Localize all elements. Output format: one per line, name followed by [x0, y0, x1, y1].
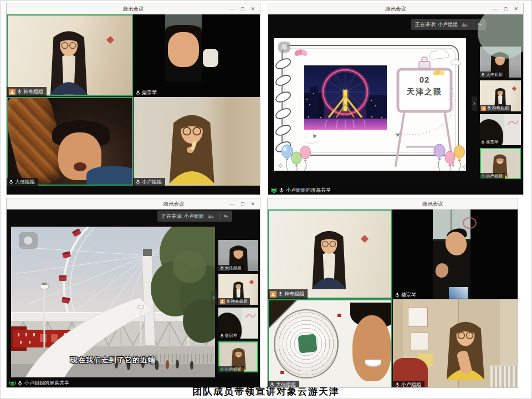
video-tile-chai[interactable]: 柴宗琴 [134, 14, 260, 96]
speaking-text: 正在讲话: 小卢姐姐 [161, 213, 204, 220]
window-title: 腾讯会议 [123, 6, 144, 13]
participant-name: 柴宗琴 [142, 90, 157, 95]
maximize-button[interactable]: □ [241, 6, 244, 12]
mic-active-icon [481, 174, 485, 178]
shared-video-tianjin-eye: 现在我们走到了它的近端 [11, 227, 215, 377]
sidebar-video-chai[interactable]: 柴宗琴 [218, 308, 258, 339]
minimize-button[interactable]: — [493, 6, 498, 12]
window-titlebar[interactable]: 腾讯会议 — □ ✕ [7, 3, 260, 14]
screen-share-bar: 小卢姐姐的屏幕共享 [268, 186, 523, 195]
meeting-window-top-left: 腾讯会议 — □ ✕ 神奇姐姐 [6, 3, 260, 195]
participant-name: 小卢姐姐 [401, 382, 421, 387]
participant-name-label: 柴宗琴 [480, 139, 501, 145]
video-tile-dajia[interactable]: 大佳姐姐 [268, 299, 392, 387]
wall-decoration [106, 36, 114, 44]
video-tile-shenqi[interactable]: 神奇姐姐 [268, 209, 392, 299]
window-title: 腾讯会议 [422, 201, 443, 208]
close-button[interactable]: ✕ [250, 6, 255, 12]
video-tile-xiaolu[interactable]: 小卢姐姐 [134, 97, 260, 186]
window-titlebar[interactable]: 腾讯会议 [268, 198, 518, 209]
participant-name: 神奇姐姐 [231, 299, 248, 304]
participant-name-label: 柴宗琴 [218, 332, 239, 339]
person-silhouette [431, 302, 500, 387]
participant-name-label: 神奇姐姐 [480, 105, 511, 111]
sidebar-collapse-handle[interactable]: › [211, 290, 217, 305]
video-tile-shenqi[interactable]: 神奇姐姐 [7, 14, 133, 96]
video-tile-dajia[interactable]: 大佳姐姐 [7, 97, 133, 186]
participant-name-label: 神奇姐姐 [7, 87, 47, 96]
video-tile-xiaolu[interactable]: 小卢姐姐 [393, 299, 518, 387]
participant-name-label: 小卢姐姐 [134, 178, 165, 186]
video-scene [393, 209, 518, 299]
participant-name: 大佳姐姐 [486, 73, 503, 77]
audio-wave-icon [207, 213, 216, 219]
participant-name: 大佳姐姐 [225, 266, 242, 270]
meeting-window-top-right: 腾讯会议 — □ ✕ 正在讲话: 小卢姐姐 [268, 3, 524, 195]
meeting-window-bottom-right: 腾讯会议 神奇姐姐 [267, 198, 518, 388]
host-badge-icon [270, 291, 277, 298]
participant-name-label: 神奇姐姐 [218, 298, 250, 305]
speaking-text: 正在讲话: 小卢姐姐 [415, 21, 458, 28]
minimize-button[interactable]: — [229, 6, 234, 12]
participant-name: 小卢姐姐 [225, 367, 242, 372]
mic-icon [481, 73, 485, 77]
pinned-paper [408, 307, 428, 326]
meeting-window-bottom-left: 腾讯会议 — □ ✕ 正在讲话: 小卢姐姐 [6, 198, 260, 388]
sidebar-video-dajia[interactable]: 大佳姐姐 [218, 240, 258, 271]
participants-sidebar: 大佳姐姐 神奇姐姐 [217, 209, 260, 378]
speaking-banner: 正在讲话: 小卢姐姐 [157, 211, 232, 222]
person-silhouette [295, 212, 363, 299]
minimize-button[interactable]: — [229, 201, 234, 207]
mic-icon [279, 188, 284, 193]
pinned-paper [411, 332, 429, 350]
mic-icon [481, 140, 485, 145]
close-button[interactable]: ✕ [514, 6, 518, 12]
sidebar-video-shenqi[interactable]: 神奇姐姐 [480, 80, 521, 111]
screen-share-icon [271, 188, 277, 193]
window-titlebar[interactable]: 腾讯会议 — □ ✕ [7, 198, 260, 209]
share-banner-text: 小卢姐姐的屏幕共享 [286, 187, 331, 194]
mic-icon [220, 334, 224, 338]
video-tile-chai[interactable]: 柴宗琴 [393, 209, 518, 299]
background-object [203, 49, 218, 67]
host-badge-icon [9, 89, 16, 95]
slide-number: 02 [398, 75, 451, 84]
participant-name-label: 小卢姐姐 [393, 381, 424, 387]
maximize-button[interactable]: □ [241, 201, 244, 207]
speaking-banner: 正在讲话: 小卢姐姐 [411, 19, 486, 30]
mic-icon [136, 90, 140, 95]
sidebar-video-shenqi[interactable]: 神奇姐姐 [218, 274, 258, 305]
reply-arrow-icon[interactable] [223, 214, 228, 219]
mic-icon [18, 381, 22, 386]
mic-icon [220, 266, 224, 270]
sidebar-video-xiaolu[interactable]: 小卢姐姐 [480, 148, 521, 179]
tianjin-eye-night-photo [304, 65, 387, 130]
mic-icon [226, 299, 230, 304]
person-silhouette [150, 100, 233, 186]
participant-name-label: 小卢姐姐 [218, 366, 244, 372]
close-button[interactable]: ✕ [250, 201, 255, 207]
participant-name: 神奇姐姐 [23, 89, 43, 94]
host-badge-icon [481, 106, 486, 111]
camera-watermark-icon [278, 42, 290, 53]
audio-wave-icon [461, 22, 469, 27]
maximize-button[interactable]: □ [504, 6, 507, 12]
participant-name: 柴宗琴 [225, 334, 238, 338]
sidebar-video-xiaolu[interactable]: 小卢姐姐 [218, 341, 258, 372]
video-subtitle: 现在我们走到了它的近端 [11, 355, 215, 365]
sidebar-collapse-handle[interactable]: › [472, 96, 477, 111]
participant-name: 大佳姐姐 [276, 382, 296, 387]
mic-icon [278, 291, 283, 296]
mic-icon [9, 180, 13, 185]
participant-name-label: 大佳姐姐 [7, 178, 38, 186]
participant-name-label: 小卢姐姐 [480, 173, 505, 179]
mic-icon [395, 382, 400, 387]
participant-name: 大佳姐姐 [15, 180, 35, 185]
video-scene [134, 97, 260, 186]
video-scene [134, 14, 260, 96]
video-scene [7, 14, 133, 96]
video-scene [268, 209, 392, 299]
sidebar-video-chai[interactable]: 柴宗琴 [480, 114, 521, 145]
window-titlebar[interactable]: 腾讯会议 — □ ✕ [268, 3, 523, 14]
shared-slide: 02 天津之眼 [274, 38, 466, 171]
